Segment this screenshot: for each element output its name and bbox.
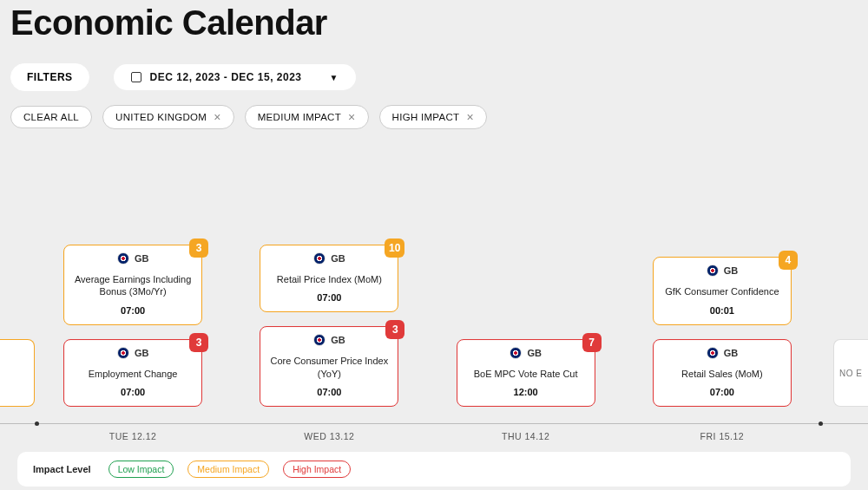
- event-country: GB: [266, 252, 392, 265]
- event-card[interactable]: 4GBGfK Consumer Confidence00:01: [653, 257, 792, 324]
- page-title: Economic Calendar: [10, 3, 858, 42]
- close-icon[interactable]: ×: [466, 111, 473, 123]
- event-country: GB: [659, 265, 786, 277]
- country-code: GB: [527, 348, 542, 358]
- legend-low: Low Impact: [108, 461, 174, 478]
- event-time: 07:00: [266, 387, 392, 397]
- gb-flag-icon: [510, 347, 522, 359]
- filter-chip[interactable]: MEDIUM IMPACT ×: [245, 105, 369, 129]
- event-country: GB: [463, 347, 589, 359]
- legend-medium: Medium Impact: [187, 461, 269, 478]
- country-code: GB: [331, 253, 345, 264]
- clear-all-chip[interactable]: CLEAR ALL: [10, 106, 92, 128]
- event-card[interactable]: 7GBBoE MPC Vote Rate Cut12:00: [457, 339, 595, 407]
- axis-day-label: THU 14.12: [428, 431, 624, 441]
- filter-chip[interactable]: HIGH IMPACT ×: [379, 105, 487, 129]
- gb-flag-icon: [707, 265, 719, 277]
- event-title: Retail Sales (MoM): [659, 368, 786, 380]
- event-time: 12:00: [463, 387, 589, 397]
- event-title: Core Consumer Price Index (YoY): [266, 355, 392, 380]
- country-code: GB: [135, 348, 149, 358]
- date-range-label: DEC 12, 2023 - DEC 15, 2023: [150, 71, 302, 83]
- prev-day-peek[interactable]: [0, 339, 35, 407]
- event-country: GB: [659, 347, 786, 359]
- country-code: GB: [135, 253, 149, 264]
- event-title: Employment Change: [69, 368, 196, 380]
- filter-chip-label: UNITED KINGDOM: [115, 112, 207, 122]
- axis-tick: [819, 421, 823, 426]
- event-card[interactable]: 3GBAverage Earnings Including Bonus (3Mo…: [63, 245, 202, 325]
- event-card[interactable]: GBRetail Sales (MoM)07:00: [653, 339, 792, 407]
- gb-flag-icon: [313, 334, 326, 346]
- event-country: GB: [69, 347, 196, 359]
- event-title: GfK Consumer Confidence: [659, 285, 786, 297]
- event-count-badge: 7: [582, 333, 602, 352]
- event-card[interactable]: 3GBCore Consumer Price Index (YoY)07:00: [260, 326, 398, 407]
- filters-button[interactable]: FILTERS: [10, 63, 89, 91]
- legend-high: High Impact: [283, 461, 351, 478]
- event-title: BoE MPC Vote Rate Cut: [463, 368, 589, 380]
- axis-day-label: FRI 15.12: [624, 431, 820, 441]
- date-range-picker[interactable]: DEC 12, 2023 - DEC 15, 2023 ▼: [114, 64, 356, 90]
- next-day-peek[interactable]: NO E: [833, 339, 868, 407]
- event-time: 00:01: [659, 305, 786, 316]
- legend-label: Impact Level: [33, 464, 91, 474]
- calendar-icon: [131, 72, 141, 82]
- close-icon[interactable]: ×: [214, 111, 220, 123]
- filter-chip-label: HIGH IMPACT: [392, 112, 460, 122]
- country-code: GB: [724, 265, 739, 276]
- event-time: 07:00: [69, 305, 196, 316]
- event-time: 07:00: [266, 292, 392, 303]
- timeline: 3GBAverage Earnings Including Bonus (3Mo…: [0, 142, 868, 441]
- gb-flag-icon: [707, 347, 719, 359]
- timeline-axis: [0, 423, 868, 424]
- gb-flag-icon: [117, 252, 129, 265]
- event-card[interactable]: 10GBRetail Price Index (MoM)07:00: [260, 245, 398, 312]
- legend-bar: Impact Level Low Impact Medium Impact Hi…: [17, 452, 851, 487]
- controls-row: FILTERS DEC 12, 2023 - DEC 15, 2023 ▼: [10, 63, 858, 91]
- filter-chip[interactable]: UNITED KINGDOM ×: [102, 105, 234, 129]
- country-code: GB: [331, 335, 345, 345]
- gb-flag-icon: [313, 252, 326, 265]
- axis-day-label: WED 13.12: [231, 431, 427, 441]
- event-time: 07:00: [69, 387, 196, 397]
- caret-down-icon: ▼: [330, 73, 339, 82]
- event-count-badge: 10: [385, 238, 404, 258]
- event-count-badge: 3: [189, 333, 208, 352]
- axis-tick: [35, 421, 39, 426]
- event-title: Retail Price Index (MoM): [266, 273, 392, 285]
- event-country: GB: [69, 252, 196, 265]
- close-icon[interactable]: ×: [348, 111, 355, 123]
- filter-chips-row: CLEAR ALL UNITED KINGDOM × MEDIUM IMPACT…: [10, 105, 858, 129]
- event-country: GB: [266, 334, 392, 346]
- axis-day-label: TUE 12.12: [35, 431, 231, 441]
- filter-chip-label: MEDIUM IMPACT: [258, 112, 341, 122]
- gb-flag-icon: [117, 347, 129, 359]
- event-time: 07:00: [659, 387, 786, 397]
- country-code: GB: [724, 348, 739, 358]
- event-count-badge: 3: [385, 320, 404, 339]
- event-count-badge: 3: [189, 238, 208, 258]
- event-card[interactable]: 3GBEmployment Change07:00: [63, 339, 202, 407]
- event-count-badge: 4: [779, 251, 798, 270]
- event-title: Average Earnings Including Bonus (3Mo/Yr…: [69, 273, 196, 298]
